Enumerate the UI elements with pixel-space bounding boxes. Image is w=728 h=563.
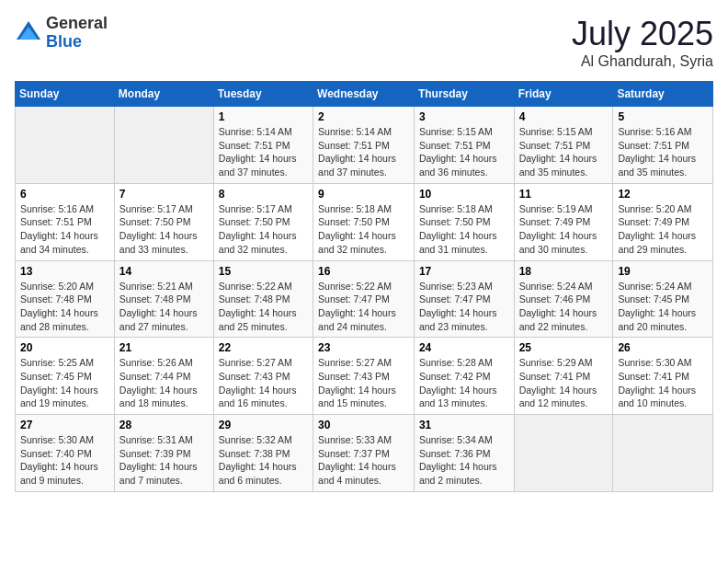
calendar-week-row: 13Sunrise: 5:20 AMSunset: 7:48 PMDayligh…	[16, 260, 713, 338]
calendar-cell: 27Sunrise: 5:30 AMSunset: 7:40 PMDayligh…	[16, 415, 115, 492]
calendar-cell: 17Sunrise: 5:23 AMSunset: 7:47 PMDayligh…	[414, 260, 514, 338]
day-number: 2	[318, 110, 409, 123]
calendar-cell: 28Sunrise: 5:31 AMSunset: 7:39 PMDayligh…	[114, 415, 213, 492]
day-number: 6	[20, 188, 109, 201]
day-number: 10	[419, 188, 509, 201]
day-number: 27	[20, 419, 109, 431]
day-info: Sunrise: 5:31 AMSunset: 7:39 PMDaylight:…	[119, 433, 209, 488]
weekday-header: Monday	[114, 82, 213, 107]
calendar-cell: 25Sunrise: 5:29 AMSunset: 7:41 PMDayligh…	[514, 338, 613, 415]
day-info: Sunrise: 5:22 AMSunset: 7:48 PMDaylight:…	[219, 280, 308, 334]
day-number: 29	[219, 419, 308, 431]
calendar-cell: 11Sunrise: 5:19 AMSunset: 7:49 PMDayligh…	[514, 183, 613, 260]
calendar-week-row: 6Sunrise: 5:16 AMSunset: 7:51 PMDaylight…	[16, 183, 713, 260]
day-info: Sunrise: 5:24 AMSunset: 7:46 PMDaylight:…	[519, 280, 609, 334]
calendar-week-row: 27Sunrise: 5:30 AMSunset: 7:40 PMDayligh…	[16, 415, 713, 492]
calendar-table: SundayMondayTuesdayWednesdayThursdayFrid…	[15, 81, 713, 492]
day-number: 11	[519, 188, 609, 201]
weekday-header: Saturday	[613, 82, 713, 107]
month-year: July 2025	[572, 15, 713, 53]
day-number: 16	[318, 265, 409, 278]
day-number: 4	[519, 110, 609, 123]
day-number: 21	[119, 341, 209, 354]
calendar-cell: 31Sunrise: 5:34 AMSunset: 7:36 PMDayligh…	[414, 415, 514, 492]
calendar-cell: 4Sunrise: 5:15 AMSunset: 7:51 PMDaylight…	[514, 107, 613, 184]
day-info: Sunrise: 5:25 AMSunset: 7:45 PMDaylight:…	[20, 356, 109, 410]
calendar-cell: 22Sunrise: 5:27 AMSunset: 7:43 PMDayligh…	[213, 338, 313, 415]
calendar-cell: 20Sunrise: 5:25 AMSunset: 7:45 PMDayligh…	[16, 338, 115, 415]
day-info: Sunrise: 5:26 AMSunset: 7:44 PMDaylight:…	[119, 356, 209, 410]
calendar-cell: 1Sunrise: 5:14 AMSunset: 7:51 PMDaylight…	[213, 107, 313, 184]
day-number: 26	[618, 341, 708, 354]
day-number: 1	[219, 110, 308, 123]
day-number: 9	[318, 188, 409, 201]
location: Al Ghandurah, Syria	[572, 53, 713, 70]
day-info: Sunrise: 5:17 AMSunset: 7:50 PMDaylight:…	[119, 202, 209, 257]
day-info: Sunrise: 5:17 AMSunset: 7:50 PMDaylight:…	[219, 202, 308, 257]
logo-general-text: General	[46, 14, 108, 32]
day-number: 28	[119, 419, 209, 431]
calendar-cell: 2Sunrise: 5:14 AMSunset: 7:51 PMDaylight…	[313, 107, 415, 184]
day-number: 24	[419, 341, 509, 354]
calendar-cell	[16, 107, 115, 184]
day-info: Sunrise: 5:29 AMSunset: 7:41 PMDaylight:…	[519, 356, 609, 410]
calendar-cell: 24Sunrise: 5:28 AMSunset: 7:42 PMDayligh…	[414, 338, 514, 415]
calendar-week-row: 20Sunrise: 5:25 AMSunset: 7:45 PMDayligh…	[16, 338, 713, 415]
calendar-cell: 5Sunrise: 5:16 AMSunset: 7:51 PMDaylight…	[613, 107, 713, 184]
day-number: 15	[219, 265, 308, 278]
day-number: 12	[618, 188, 708, 201]
calendar-cell: 21Sunrise: 5:26 AMSunset: 7:44 PMDayligh…	[114, 338, 213, 415]
day-info: Sunrise: 5:30 AMSunset: 7:41 PMDaylight:…	[618, 356, 708, 410]
day-number: 23	[318, 341, 409, 354]
calendar-cell: 7Sunrise: 5:17 AMSunset: 7:50 PMDaylight…	[114, 183, 213, 260]
day-info: Sunrise: 5:27 AMSunset: 7:43 PMDaylight:…	[219, 356, 308, 410]
calendar-cell: 18Sunrise: 5:24 AMSunset: 7:46 PMDayligh…	[514, 260, 613, 338]
day-info: Sunrise: 5:14 AMSunset: 7:51 PMDaylight:…	[219, 125, 308, 179]
day-info: Sunrise: 5:20 AMSunset: 7:48 PMDaylight:…	[20, 280, 109, 334]
weekday-header: Wednesday	[313, 82, 415, 107]
calendar-cell: 19Sunrise: 5:24 AMSunset: 7:45 PMDayligh…	[613, 260, 713, 338]
logo: General Blue	[15, 15, 108, 52]
logo-icon	[15, 19, 42, 47]
day-number: 13	[20, 265, 109, 278]
calendar-cell: 10Sunrise: 5:18 AMSunset: 7:50 PMDayligh…	[414, 183, 514, 260]
day-info: Sunrise: 5:34 AMSunset: 7:36 PMDaylight:…	[419, 433, 509, 488]
logo-blue-text: Blue	[46, 32, 82, 51]
day-number: 18	[519, 265, 609, 278]
calendar-cell: 23Sunrise: 5:27 AMSunset: 7:43 PMDayligh…	[313, 338, 415, 415]
weekday-header: Sunday	[16, 82, 115, 107]
day-number: 8	[219, 188, 308, 201]
calendar-cell	[114, 107, 213, 184]
day-number: 19	[618, 265, 708, 278]
calendar-cell: 26Sunrise: 5:30 AMSunset: 7:41 PMDayligh…	[613, 338, 713, 415]
day-info: Sunrise: 5:23 AMSunset: 7:47 PMDaylight:…	[419, 280, 509, 334]
day-number: 7	[119, 188, 209, 201]
day-number: 31	[419, 419, 509, 431]
calendar-week-row: 1Sunrise: 5:14 AMSunset: 7:51 PMDaylight…	[16, 107, 713, 184]
calendar-cell	[514, 415, 613, 492]
page-header: General Blue July 2025 Al Ghandurah, Syr…	[15, 15, 713, 70]
weekday-header: Tuesday	[213, 82, 313, 107]
day-info: Sunrise: 5:28 AMSunset: 7:42 PMDaylight:…	[419, 356, 509, 410]
day-info: Sunrise: 5:18 AMSunset: 7:50 PMDaylight:…	[419, 202, 509, 257]
day-info: Sunrise: 5:14 AMSunset: 7:51 PMDaylight:…	[318, 125, 409, 179]
day-number: 14	[119, 265, 209, 278]
weekday-header: Thursday	[414, 82, 514, 107]
day-info: Sunrise: 5:33 AMSunset: 7:37 PMDaylight:…	[318, 433, 409, 488]
day-info: Sunrise: 5:16 AMSunset: 7:51 PMDaylight:…	[20, 202, 109, 257]
calendar-cell: 13Sunrise: 5:20 AMSunset: 7:48 PMDayligh…	[16, 260, 115, 338]
calendar-cell: 6Sunrise: 5:16 AMSunset: 7:51 PMDaylight…	[16, 183, 115, 260]
day-info: Sunrise: 5:19 AMSunset: 7:49 PMDaylight:…	[519, 202, 609, 257]
day-number: 3	[419, 110, 509, 123]
day-info: Sunrise: 5:16 AMSunset: 7:51 PMDaylight:…	[618, 125, 708, 179]
calendar-cell: 30Sunrise: 5:33 AMSunset: 7:37 PMDayligh…	[313, 415, 415, 492]
day-info: Sunrise: 5:30 AMSunset: 7:40 PMDaylight:…	[20, 433, 109, 488]
calendar-cell: 12Sunrise: 5:20 AMSunset: 7:49 PMDayligh…	[613, 183, 713, 260]
day-number: 17	[419, 265, 509, 278]
calendar-cell: 9Sunrise: 5:18 AMSunset: 7:50 PMDaylight…	[313, 183, 415, 260]
day-info: Sunrise: 5:22 AMSunset: 7:47 PMDaylight:…	[318, 280, 409, 334]
day-number: 22	[219, 341, 308, 354]
calendar-cell: 8Sunrise: 5:17 AMSunset: 7:50 PMDaylight…	[213, 183, 313, 260]
day-number: 5	[618, 110, 708, 123]
day-number: 20	[20, 341, 109, 354]
